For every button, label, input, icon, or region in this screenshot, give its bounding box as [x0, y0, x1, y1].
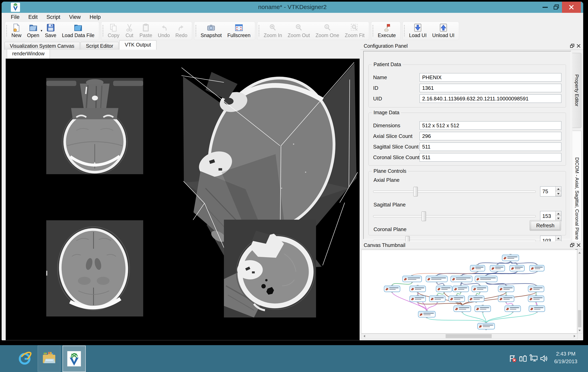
graph-node[interactable]: [510, 264, 524, 272]
paste-button[interactable]: Paste: [136, 22, 155, 40]
graph-node[interactable]: [449, 295, 465, 303]
axial-plane-spin-up[interactable]: [556, 186, 561, 191]
taskbar-explorer-button[interactable]: [38, 346, 61, 372]
cut-button[interactable]: Cut: [122, 22, 136, 40]
sagittal-plane-spinbox[interactable]: 153: [540, 211, 561, 221]
graph-node[interactable]: [410, 285, 426, 293]
zoom-one-button[interactable]: 1Zoom One: [313, 22, 342, 40]
graph-node[interactable]: [528, 295, 544, 303]
graph-node[interactable]: [505, 305, 521, 313]
float-panel-button[interactable]: [569, 43, 575, 49]
restore-button[interactable]: [551, 2, 562, 13]
axial-plane-spinbox[interactable]: 75: [540, 186, 561, 197]
graph-node[interactable]: [436, 285, 452, 293]
graph-node[interactable]: [451, 275, 472, 283]
taskbar-ie-button[interactable]: [15, 346, 34, 371]
axial-plane-slider-thumb[interactable]: [413, 187, 418, 197]
menu-edit[interactable]: Edit: [24, 13, 42, 21]
graph-node[interactable]: [502, 254, 519, 262]
axial-plane-slider[interactable]: [373, 187, 536, 196]
axial-plane-spin-down[interactable]: [556, 191, 561, 196]
graph-node[interactable]: [384, 285, 400, 293]
tab-visualization-system-canvas[interactable]: Visualization System Canvas: [4, 42, 80, 50]
snapshot-button[interactable]: Snapshot: [198, 22, 225, 40]
graph-node[interactable]: [454, 305, 471, 313]
load-data-file-button[interactable]: Load Data File: [59, 22, 97, 40]
redo-button[interactable]: Redo: [173, 22, 190, 40]
graph-node[interactable]: [470, 264, 485, 272]
canvas-thumbnail-view[interactable]: [361, 250, 577, 334]
graph-node[interactable]: [410, 295, 426, 303]
title-bar[interactable]: noname* - VTKDesigner2: [2, 2, 583, 13]
power-icon[interactable]: [519, 354, 527, 363]
graph-node[interactable]: [475, 275, 497, 283]
close-thumbnail-button[interactable]: [576, 242, 582, 248]
side-tab-property[interactable]: Property Editor: [572, 53, 581, 128]
taskbar-vtkdesigner-button[interactable]: [63, 346, 86, 372]
graph-node[interactable]: [490, 264, 505, 272]
execute-button[interactable]: Execute: [375, 22, 399, 40]
vtk-render-window[interactable]: [6, 58, 360, 340]
thumbnail-horizontal-scrollbar[interactable]: [361, 334, 578, 339]
close-button[interactable]: [562, 2, 581, 13]
load-ui-button[interactable]: Load UI: [406, 22, 430, 40]
graph-node[interactable]: [529, 305, 545, 313]
copy-button[interactable]: Copy: [105, 22, 122, 40]
toolbar-group-5: Load UIUnload UI: [403, 22, 459, 40]
graph-node[interactable]: [418, 310, 435, 318]
save-button[interactable]: Save: [42, 22, 59, 40]
axial-plane-value[interactable]: 75: [540, 186, 555, 196]
tab-vtk-output[interactable]: VTK Output: [119, 40, 157, 50]
graph-node[interactable]: [429, 295, 445, 303]
graph-node[interactable]: [475, 305, 491, 313]
sagittal-plane-spin-up[interactable]: [556, 211, 561, 216]
refresh-button[interactable]: Refresh: [530, 220, 561, 231]
action-center-icon[interactable]: [508, 354, 517, 363]
zoom-fit-button[interactable]: Zoom Fit: [342, 22, 368, 40]
open-button[interactable]: Open▼: [24, 22, 42, 40]
viewport-coronal[interactable]: [46, 78, 143, 174]
patient-id-field[interactable]: 1361: [420, 84, 561, 92]
axial-slice-count-field[interactable]: 296: [420, 132, 561, 140]
unload-ui-button[interactable]: Unload UI: [429, 22, 457, 40]
sagittal-plane-value[interactable]: 153: [540, 211, 555, 221]
close-panel-button[interactable]: [576, 43, 582, 49]
graph-node[interactable]: [498, 285, 514, 293]
graph-node[interactable]: [468, 295, 484, 303]
new-button[interactable]: New: [9, 22, 24, 40]
tab-script-editor[interactable]: Script Editor: [81, 42, 119, 50]
pipeline-graph[interactable]: [361, 250, 577, 333]
zoom-in-button[interactable]: Zoom In: [261, 22, 285, 40]
graph-node[interactable]: [403, 275, 421, 283]
graph-node[interactable]: [530, 264, 544, 272]
network-icon[interactable]: [529, 354, 538, 363]
zoom-out-button[interactable]: Zoom Out: [285, 22, 313, 40]
float-thumbnail-button[interactable]: [569, 242, 575, 248]
coronal-slice-count-field[interactable]: 511: [420, 153, 561, 162]
taskbar-clock[interactable]: 2:43 PM 6/19/2013: [547, 350, 585, 365]
graph-node[interactable]: [528, 285, 544, 293]
sagittal-plane-slider[interactable]: [373, 211, 536, 221]
viewport-axial[interactable]: [46, 220, 143, 317]
menu-help[interactable]: Help: [85, 13, 105, 21]
viewport-axial-bone[interactable]: [224, 220, 316, 317]
undo-button[interactable]: Undo: [155, 22, 173, 40]
menu-file[interactable]: File: [6, 13, 24, 21]
graph-node[interactable]: [478, 322, 495, 330]
graph-node[interactable]: [472, 285, 488, 293]
graph-node[interactable]: [498, 295, 514, 303]
minimize-button[interactable]: [540, 2, 551, 13]
sagittal-slice-count-field[interactable]: 511: [420, 142, 561, 151]
graph-node[interactable]: [426, 275, 447, 283]
menu-script[interactable]: Script: [42, 13, 65, 21]
sagittal-plane-slider-thumb[interactable]: [421, 211, 426, 221]
graph-node[interactable]: [453, 285, 469, 293]
patient-uid-field[interactable]: 2.16.840.1.113669.632.20.1211.1000009859…: [420, 94, 561, 103]
menu-view[interactable]: View: [65, 13, 85, 21]
coronal-plane-spin-up[interactable]: [556, 236, 561, 241]
fullscreen-button[interactable]: Fullscreen: [224, 22, 253, 40]
tab-renderwindow[interactable]: renderWindow: [7, 49, 50, 58]
thumbnail-vertical-scrollbar[interactable]: [577, 250, 582, 334]
dimensions-field[interactable]: 512 x 512 x 512: [420, 121, 561, 130]
patient-name-field[interactable]: PHENIX: [420, 73, 561, 82]
